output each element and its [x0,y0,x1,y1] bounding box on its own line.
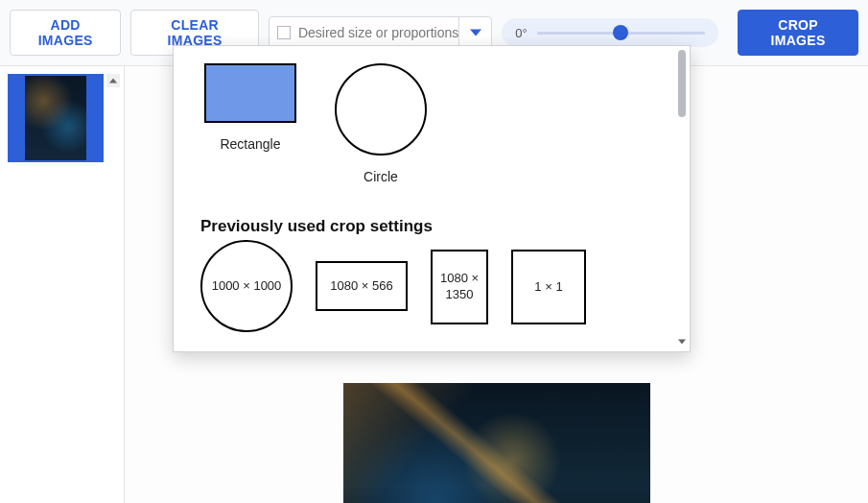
chevron-up-icon [109,77,117,84]
sidebar-scroll-up[interactable] [106,74,120,87]
main-image[interactable] [343,383,650,503]
size-dropdown-panel: Rectangle Circle Previously used crop se… [173,45,691,352]
lock-aspect-checkbox[interactable] [277,26,291,39]
rotation-slider[interactable]: 0° [502,18,718,47]
preset-1080x1350[interactable]: 1080 × 1350 [431,250,488,324]
shape-label-rectangle: Rectangle [220,136,280,152]
scrollbar-thumb[interactable] [678,50,686,117]
shape-options: Rectangle Circle [204,63,663,184]
crop-images-button[interactable]: CROP IMAGES [738,10,858,56]
thumbnail-sidebar [0,66,125,503]
slider-track[interactable] [537,32,706,35]
rotation-value: 0° [515,26,527,40]
slider-thumb[interactable] [613,25,628,40]
scrollbar-down[interactable] [676,336,688,347]
shape-label-circle: Circle [364,169,398,184]
preset-1000x1000[interactable]: 1000 × 1000 [200,240,293,332]
chevron-down-icon [678,338,686,346]
preset-row: 1000 × 1000 1080 × 566 1080 × 1350 1 × 1 [200,252,663,344]
preset-1x1[interactable]: 1 × 1 [511,250,586,324]
previous-settings-heading: Previously used crop settings [200,217,663,236]
shape-option-rectangle[interactable]: Rectangle [204,63,296,184]
thumbnail-image [25,76,86,160]
thumbnail-selected[interactable] [8,74,104,162]
panel-scrollbar[interactable] [676,50,688,347]
add-images-button[interactable]: ADD IMAGES [10,10,121,56]
chevron-down-icon [470,27,481,38]
size-dropdown-placeholder: Desired size or proportions [298,25,458,40]
circle-icon [335,63,427,156]
dropdown-toggle[interactable] [458,17,491,48]
preset-1080x566[interactable]: 1080 × 566 [316,261,408,311]
rectangle-icon [204,63,296,123]
shape-option-circle[interactable]: Circle [335,63,427,184]
size-dropdown[interactable]: Desired size or proportions [269,16,492,49]
